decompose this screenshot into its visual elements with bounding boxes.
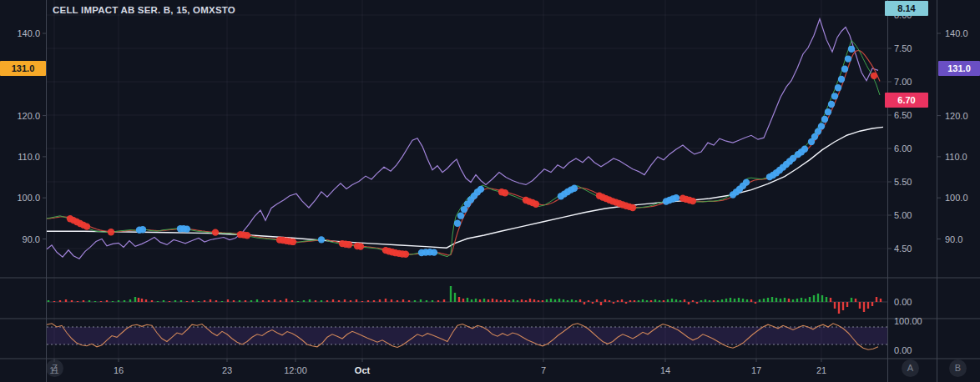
volume-bar [443,299,445,302]
volume-bar [734,299,735,302]
buy-signal-dot [743,178,750,185]
volume-bar [475,299,477,302]
volume-bar [192,300,194,302]
volume-bar [696,302,698,304]
volume-bar [94,301,96,302]
volume-bar [775,298,777,302]
volume-bar [145,299,147,302]
volume-bar [141,299,143,302]
volume-bar [634,300,635,302]
axis-tick-label: 21 [816,365,826,375]
comparison-line-purple [47,19,878,259]
volume-bar [71,300,73,302]
volume-bar [391,299,392,302]
volume-bar [367,300,369,302]
buy-signal-dot [457,212,464,219]
volume-bar [646,300,648,302]
buy-signal-dot [139,226,146,233]
volume-bar [642,299,644,302]
volume-bar [721,299,723,302]
volume-bar [198,301,200,302]
volume-bar [533,299,535,302]
volume-bar [361,301,363,302]
axis-tick-label: 7.50 [894,43,912,53]
volume-bar [268,300,270,302]
buy-signal-dot [838,76,845,83]
symbol-title[interactable]: CELL IMPACT AB SER. B, 15, OMXSTO [53,5,235,15]
sell-signal-dot [290,239,296,245]
volume-bar [546,299,548,302]
volume-bar [215,300,217,302]
sell-signal-dot [871,73,877,79]
axis-tick-label: 5.50 [894,177,912,187]
volume-bar [871,302,873,306]
chart-canvas[interactable]: 140.0120.0110.0100.090.08.007.507.006.50… [0,0,980,382]
volume-bar [245,300,246,302]
volume-bar [471,299,472,302]
volume-bar [186,301,188,302]
volume-bar [309,299,311,302]
volume-bar [663,300,664,302]
volume-bar [709,300,710,302]
volume-bar [180,300,182,302]
axis-tick-label: 110.0 [945,152,967,162]
volume-bar [700,300,702,302]
sell-signal-dot [357,243,364,249]
volume-bar [65,299,67,302]
volume-bar [880,299,881,302]
volume-bar [483,299,485,302]
volume-bar [169,301,170,302]
volume-bar [625,302,627,304]
axis-tick-label: 140.0 [945,28,968,38]
volume-bar [134,297,136,302]
volume-bar [834,302,836,309]
volume-bar [571,299,573,302]
volume-bar [467,298,468,302]
volume-bar [705,299,706,302]
volume-bar [604,299,606,302]
volume-bar [613,302,614,304]
volume-bar [420,299,422,302]
volume-bar [508,300,510,302]
axis-tick-label: 5.00 [894,210,912,220]
pane-button-a[interactable]: A [902,359,919,377]
sell-signal-dot [502,189,508,196]
volume-bar [450,286,452,302]
volume-bar [529,299,531,302]
volume-bar [462,299,464,302]
volume-bar [280,300,281,302]
axis-tick-label: 90.0 [23,234,40,244]
volume-bar [826,297,827,302]
sell-signal-dot [244,232,250,239]
volume-bar [397,300,398,302]
volume-bar [596,299,598,302]
volume-bar [521,299,523,302]
volume-bar [118,300,119,302]
pane-button-b[interactable]: B [949,359,967,377]
volume-bar [163,300,164,302]
volume-bar [350,300,351,302]
volume-bar [239,300,240,302]
volume-bar [876,297,877,302]
volume-bar [379,299,381,302]
pane-button-z[interactable]: Z [46,359,63,377]
volume-bar [492,299,493,302]
axis-tick-label: 17 [751,365,761,375]
axis-tick-label: 6.50 [894,110,912,120]
buy-signal-dot [477,186,484,193]
volume-bar [138,298,139,302]
axis-tick-label: 4.50 [894,244,912,254]
sell-signal-dot [533,201,539,208]
axis-tick-label: 140.0 [17,28,40,38]
axis-tick-label: 6.00 [894,143,912,153]
volume-bar [813,295,815,302]
axis-tick-label: 120.0 [945,111,968,121]
volume-bar [454,293,456,302]
volume-bar [285,299,287,302]
volume-bar [321,300,322,302]
volume-bar [496,299,498,302]
volume-bar [129,299,131,302]
volume-bar [550,299,552,302]
volume-bar [437,300,439,302]
volume-bar [458,297,460,302]
